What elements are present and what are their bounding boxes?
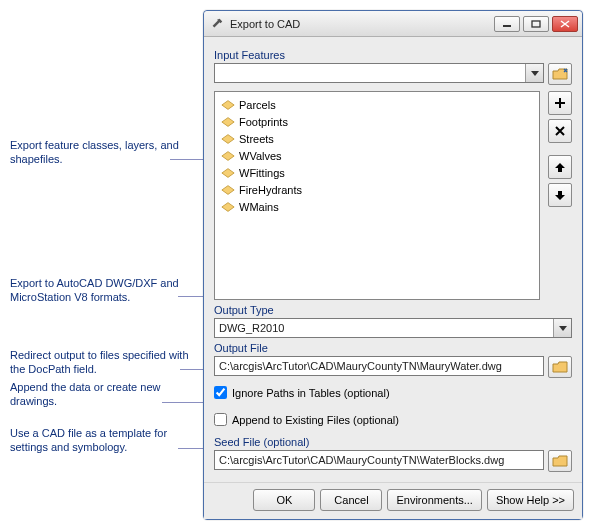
maximize-button[interactable] bbox=[523, 16, 549, 32]
titlebar: Export to CAD bbox=[204, 11, 582, 37]
append-existing-checkbox[interactable] bbox=[214, 413, 227, 426]
annotation-ignore-paths: Redirect output to files specified with … bbox=[10, 348, 190, 377]
append-existing-label: Append to Existing Files (optional) bbox=[232, 414, 399, 426]
output-file-label: Output File bbox=[214, 342, 572, 354]
list-item-label: WFittings bbox=[239, 167, 285, 179]
button-row: OK Cancel Environments... Show Help >> bbox=[204, 482, 582, 519]
svg-rect-0 bbox=[503, 25, 511, 27]
chevron-down-icon[interactable] bbox=[525, 64, 543, 82]
cancel-button[interactable]: Cancel bbox=[320, 489, 382, 511]
svg-rect-1 bbox=[532, 21, 540, 27]
hammer-icon bbox=[210, 17, 224, 31]
close-button[interactable] bbox=[552, 16, 578, 32]
remove-button[interactable] bbox=[548, 119, 572, 143]
input-features-list[interactable]: Parcels Footprints Streets WValves WFitt… bbox=[214, 91, 540, 300]
list-item-label: Streets bbox=[239, 133, 274, 145]
output-type-value: DWG_R2010 bbox=[219, 322, 284, 334]
seed-file-label: Seed File (optional) bbox=[214, 436, 572, 448]
annotation-export-feature-classes: Export feature classes, layers, and shap… bbox=[10, 138, 190, 167]
list-item[interactable]: Streets bbox=[217, 130, 537, 147]
svg-marker-5 bbox=[222, 151, 234, 160]
list-item[interactable]: WValves bbox=[217, 147, 537, 164]
list-item[interactable]: Footprints bbox=[217, 113, 537, 130]
add-button[interactable] bbox=[548, 91, 572, 115]
svg-marker-6 bbox=[222, 168, 234, 177]
output-type-label: Output Type bbox=[214, 304, 572, 316]
browse-output-button[interactable] bbox=[548, 356, 572, 378]
list-item-label: FireHydrants bbox=[239, 184, 302, 196]
input-features-combo[interactable] bbox=[214, 63, 544, 83]
annotation-output-type: Export to AutoCAD DWG/DXF and MicroStati… bbox=[10, 276, 190, 305]
input-features-label: Input Features bbox=[214, 49, 572, 61]
seed-file-field[interactable] bbox=[214, 450, 544, 470]
list-item-label: Footprints bbox=[239, 116, 288, 128]
dialog-export-to-cad: Export to CAD Input Features Parcels Foo… bbox=[203, 10, 583, 520]
chevron-down-icon[interactable] bbox=[553, 319, 571, 337]
move-up-button[interactable] bbox=[548, 155, 572, 179]
show-help-button[interactable]: Show Help >> bbox=[487, 489, 574, 511]
list-item-label: Parcels bbox=[239, 99, 276, 111]
move-down-button[interactable] bbox=[548, 183, 572, 207]
list-item-label: WMains bbox=[239, 201, 279, 213]
ignore-paths-label: Ignore Paths in Tables (optional) bbox=[232, 387, 390, 399]
svg-marker-8 bbox=[222, 202, 234, 211]
browse-seed-button[interactable] bbox=[548, 450, 572, 472]
window-title: Export to CAD bbox=[230, 18, 491, 30]
annotation-seed-file: Use a CAD file as a template for setting… bbox=[10, 426, 190, 455]
environments-button[interactable]: Environments... bbox=[387, 489, 481, 511]
list-item[interactable]: WFittings bbox=[217, 164, 537, 181]
svg-marker-7 bbox=[222, 185, 234, 194]
annotation-append: Append the data or create new drawings. bbox=[10, 380, 190, 409]
output-file-field[interactable] bbox=[214, 356, 544, 376]
list-item[interactable]: WMains bbox=[217, 198, 537, 215]
svg-marker-3 bbox=[222, 117, 234, 126]
ok-button[interactable]: OK bbox=[253, 489, 315, 511]
svg-marker-4 bbox=[222, 134, 234, 143]
svg-marker-2 bbox=[222, 100, 234, 109]
list-item[interactable]: FireHydrants bbox=[217, 181, 537, 198]
minimize-button[interactable] bbox=[494, 16, 520, 32]
browse-input-button[interactable] bbox=[548, 63, 572, 85]
list-item[interactable]: Parcels bbox=[217, 96, 537, 113]
list-item-label: WValves bbox=[239, 150, 282, 162]
output-type-select[interactable]: DWG_R2010 bbox=[214, 318, 572, 338]
ignore-paths-checkbox[interactable] bbox=[214, 386, 227, 399]
